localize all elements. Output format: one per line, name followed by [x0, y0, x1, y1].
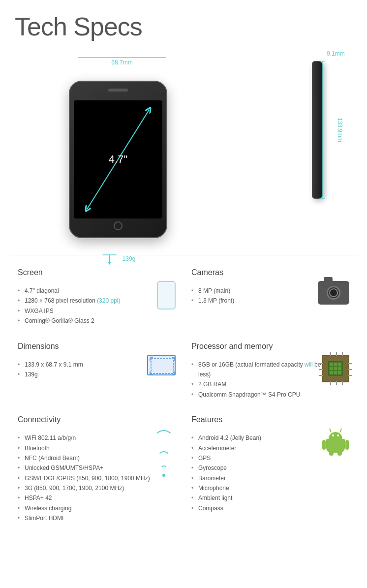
chip-inner — [328, 361, 343, 376]
camera-icon — [318, 281, 349, 305]
feature-item-7: Compass — [191, 503, 322, 513]
dimensions-items: 133.9 x 68.7 x 9.1 mm 139g — [18, 360, 147, 380]
phone-front-view: 4.7" 139g — [69, 81, 167, 248]
screen-item-3: Corning® Gorilla® Glass 2 — [18, 316, 157, 326]
dimensions-title: Dimensions — [18, 342, 176, 354]
screen-section: Screen 4.7" diagonal 1280 × 768 pixel re… — [10, 262, 184, 336]
feature-item-5: Microphone — [191, 483, 322, 493]
phone-screen: 4.7" — [74, 100, 162, 218]
dimensions-item-1: 139g — [18, 370, 147, 379]
feature-item-1: Accelerometer — [191, 443, 322, 453]
feature-item-0: Android 4.2 (Jelly Bean) — [191, 433, 322, 443]
screen-title: Screen — [18, 268, 176, 280]
feature-item-3: Gyroscope — [191, 463, 322, 473]
width-measurement-line — [78, 57, 166, 58]
height-label: 133.9mm — [336, 118, 343, 142]
features-title: Features — [191, 415, 349, 427]
screen-items: 4.7" diagonal 1280 × 768 pixel resolutio… — [18, 286, 157, 326]
conn-item-5: 3G (850, 900, 1700, 1900, 2100 MHz) — [18, 483, 152, 493]
connectivity-title: Connectivity — [18, 415, 176, 427]
wifi-arc-3 — [154, 430, 174, 450]
wifi-icon — [152, 428, 176, 479]
camera-item-1: 1.3 MP (front) — [191, 296, 318, 306]
conn-item-3: Unlocked GSM/UMTS/HSPA+ — [18, 463, 152, 473]
wifi-arc-1 — [160, 465, 167, 472]
conn-item-4: GSM/EDGE/GPRS (850, 900, 1800, 1900 MHz) — [18, 473, 152, 483]
width-label: 68.7mm — [73, 59, 171, 66]
camera-item-0: 8 MP (main) — [191, 286, 318, 296]
screen-icon — [157, 281, 176, 309]
conn-item-8: SlimPort HDMI — [18, 513, 152, 523]
android-icon — [322, 428, 349, 456]
dimensions-section: Dimensions 133.9 x 68.7 x 9.1 mm 139g — [10, 336, 184, 410]
weight-indicator: 139g — [101, 255, 136, 263]
features-section: Features Android 4.2 (Jelly Bean) Accele… — [184, 409, 357, 533]
processor-section: Processor and memory 8GB or 16GB (actual… — [184, 336, 357, 410]
cameras-items: 8 MP (main) 1.3 MP (front) — [191, 286, 318, 306]
dimensions-icon-area — [147, 355, 176, 375]
android-icon-area — [322, 428, 349, 456]
conn-item-0: WiFi 802.11 a/b/g/n — [18, 433, 152, 443]
conn-item-1: Bluetooth — [18, 443, 152, 453]
connectivity-section: Connectivity WiFi 802.11 a/b/g/n Bluetoo… — [10, 409, 184, 533]
wifi-dot — [162, 474, 165, 477]
features-items: Android 4.2 (Jelly Bean) Accelerometer G… — [191, 433, 322, 513]
specs-grid: Screen 4.7" diagonal 1280 × 768 pixel re… — [0, 257, 367, 543]
processor-item-1: 2 GB RAM — [191, 379, 322, 389]
screen-item-1: 1280 × 768 pixel resolution (320 ppi) — [18, 296, 157, 306]
phone-side-view: 9.1mm 133.9mm — [312, 61, 323, 199]
screen-item-2: WXGA IPS — [18, 306, 157, 316]
processor-items: 8GB or 16GB (actual formatted capacity w… — [191, 360, 322, 400]
screen-size-label: 4.7" — [109, 153, 127, 166]
phone-home-button — [114, 221, 122, 230]
feature-item-4: Barometer — [191, 473, 322, 483]
screen-icon-area — [157, 281, 176, 309]
device-diagram: 68.7mm 4.7" — [0, 46, 367, 253]
feature-item-6: Ambient light — [191, 493, 322, 503]
conn-item-6: HSPA+ 42 — [18, 493, 152, 503]
chip-icon-area — [322, 355, 349, 382]
page-title: Tech Specs — [0, 0, 367, 46]
main-divider — [10, 255, 357, 255]
dimensions-icon — [147, 355, 176, 375]
height-measurement: 133.9mm — [319, 61, 352, 199]
svg-rect-7 — [151, 359, 174, 373]
camera-lens — [327, 286, 340, 300]
processor-item-0: 8GB or 16GB (actual formatted capacity w… — [191, 360, 322, 380]
cameras-section: Cameras 8 MP (main) 1.3 MP (front) — [184, 262, 357, 336]
camera-icon-area — [318, 281, 349, 305]
screen-item-0: 4.7" diagonal — [18, 286, 157, 296]
processor-title: Processor and memory — [191, 342, 349, 354]
wifi-arc-2 — [157, 451, 170, 464]
chip-icon — [322, 355, 349, 382]
thickness-label: 9.1mm — [327, 50, 345, 57]
dimensions-item-0: 133.9 x 68.7 x 9.1 mm — [18, 360, 147, 370]
feature-item-2: GPS — [191, 453, 322, 463]
weight-label: 139g — [122, 255, 136, 262]
connectivity-items: WiFi 802.11 a/b/g/n Bluetooth NFC (Andro… — [18, 433, 152, 524]
conn-item-7: Wireless charging — [18, 503, 152, 513]
processor-item-2: Qualcomm Snapdragon™ S4 Pro CPU — [191, 390, 322, 400]
phone-speaker — [108, 89, 128, 92]
conn-item-2: NFC (Android Beam) — [18, 453, 152, 463]
wifi-icon-area — [152, 428, 176, 479]
